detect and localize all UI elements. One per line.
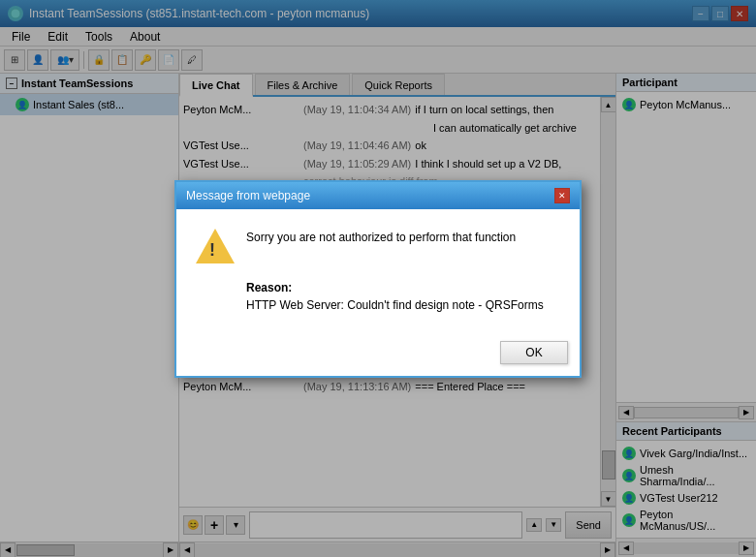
modal-close-button[interactable]: ✕ (554, 188, 570, 203)
modal-dialog: Message from webpage ✕ ! Sorry you are n… (174, 180, 582, 378)
warning-triangle (196, 229, 235, 263)
modal-titlebar: Message from webpage ✕ (176, 182, 580, 209)
modal-message-row: ! Sorry you are not authorized to perfor… (196, 229, 560, 267)
modal-reason: Reason: HTTP Web Server: Couldn't find d… (196, 279, 560, 314)
warning-symbol: ! (209, 240, 215, 261)
ok-button[interactable]: OK (500, 341, 568, 364)
modal-body: ! Sorry you are not authorized to perfor… (176, 209, 580, 333)
modal-reason-label: Reason: (246, 281, 292, 294)
modal-overlay: Message from webpage ✕ ! Sorry you are n… (0, 0, 756, 557)
modal-footer: OK (176, 333, 580, 376)
modal-title: Message from webpage (186, 189, 310, 202)
warning-icon: ! (196, 229, 235, 267)
modal-message-text: Sorry you are not authorized to perform … (246, 229, 516, 246)
modal-reason-text: HTTP Web Server: Couldn't find design no… (246, 298, 544, 312)
